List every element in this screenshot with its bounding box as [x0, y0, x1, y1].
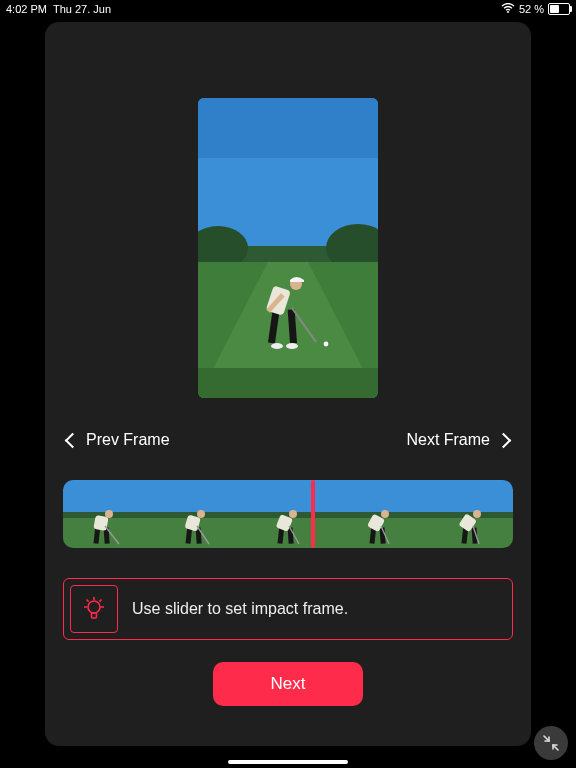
status-time: 4:02 PM	[6, 3, 47, 15]
battery-icon	[548, 3, 570, 15]
svg-point-24	[105, 510, 113, 518]
svg-point-0	[507, 11, 509, 13]
svg-rect-26	[153, 480, 243, 516]
svg-rect-42	[333, 480, 423, 516]
wifi-icon	[501, 3, 515, 15]
next-frame-button[interactable]: Next Frame	[402, 425, 513, 455]
next-frame-label: Next Frame	[406, 431, 490, 449]
chevron-left-icon	[65, 432, 81, 448]
minimize-button[interactable]	[534, 726, 568, 760]
prev-frame-button[interactable]: Prev Frame	[63, 425, 174, 455]
status-date: Thu 27. Jun	[53, 3, 111, 15]
svg-point-12	[286, 343, 298, 349]
video-frame-preview	[198, 98, 378, 398]
frame-slider[interactable]	[63, 480, 513, 548]
filmstrip-thumb[interactable]	[423, 480, 513, 548]
svg-point-56	[473, 510, 481, 518]
filmstrip-thumb[interactable]	[333, 480, 423, 548]
svg-point-40	[289, 510, 297, 518]
svg-rect-64	[92, 613, 97, 618]
next-button[interactable]: Next	[213, 662, 363, 706]
svg-line-63	[99, 600, 101, 602]
svg-rect-50	[423, 480, 513, 516]
svg-point-48	[381, 510, 389, 518]
hint-text: Use slider to set impact frame.	[132, 600, 348, 618]
hint-banner: Use slider to set impact frame.	[63, 578, 513, 640]
minimize-icon	[543, 735, 559, 751]
prev-frame-label: Prev Frame	[86, 431, 170, 449]
filmstrip-thumb[interactable]	[63, 480, 153, 548]
svg-point-11	[271, 343, 283, 349]
chevron-right-icon	[496, 432, 512, 448]
svg-rect-8	[198, 368, 378, 398]
svg-point-17	[324, 342, 329, 347]
svg-line-62	[87, 600, 89, 602]
status-bar: 4:02 PM Thu 27. Jun 52 %	[0, 0, 576, 18]
filmstrip-thumb[interactable]	[243, 480, 333, 548]
svg-point-58	[88, 601, 100, 613]
lightbulb-icon	[70, 585, 118, 633]
svg-point-32	[197, 510, 205, 518]
battery-percent: 52 %	[519, 3, 544, 15]
app-panel: Prev Frame Next Frame Use slider to set …	[45, 22, 531, 746]
home-indicator	[228, 760, 348, 764]
frame-navigation: Prev Frame Next Frame	[63, 420, 513, 460]
svg-rect-2	[198, 98, 378, 158]
filmstrip-thumb[interactable]	[153, 480, 243, 548]
svg-rect-34	[243, 480, 333, 516]
